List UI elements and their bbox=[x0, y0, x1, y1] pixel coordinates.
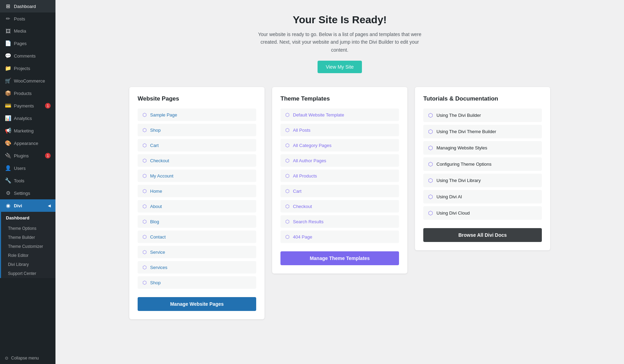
sidebar-item-settings[interactable]: ⚙ Settings bbox=[0, 187, 55, 199]
main-content: Your Site Is Ready! Your website is read… bbox=[55, 0, 624, 364]
sidebar-item-comments[interactable]: 💬 Comments bbox=[0, 50, 55, 62]
collapse-menu-button[interactable]: ⊙ Collapse menu bbox=[0, 352, 55, 364]
list-item[interactable]: ⬡ My Account bbox=[138, 170, 256, 182]
manage-website-pages-button[interactable]: Manage Website Pages bbox=[138, 297, 256, 311]
tut-item[interactable]: ⬡ Using Divi AI bbox=[423, 190, 542, 203]
list-item[interactable]: ⬡ Shop bbox=[138, 124, 256, 136]
list-item[interactable]: ⬡ All Posts bbox=[280, 124, 399, 136]
list-item[interactable]: ⬡ About bbox=[138, 200, 256, 213]
sidebar-item-tools[interactable]: 🔧 Tools bbox=[0, 174, 55, 187]
template-icon: ⬡ bbox=[285, 219, 289, 224]
sidebar-item-analytics[interactable]: 📊 Analytics bbox=[0, 112, 55, 124]
woocommerce-icon: 🛒 bbox=[5, 78, 11, 84]
tut-item[interactable]: ⬡ Configuring Theme Options bbox=[423, 157, 542, 171]
sidebar-item-users[interactable]: 👤 Users bbox=[0, 162, 55, 174]
list-item[interactable]: ⬡ 404 Page bbox=[280, 231, 399, 243]
page-icon: ⬡ bbox=[142, 188, 147, 194]
page-icon: ⬡ bbox=[142, 265, 147, 270]
sidebar-item-media[interactable]: 🖼 Media bbox=[0, 25, 55, 37]
sidebar-item-woocommerce[interactable]: 🛒 WooCommerce bbox=[0, 75, 55, 87]
posts-icon: ✏ bbox=[5, 16, 11, 22]
template-icon: ⬡ bbox=[285, 112, 289, 118]
pages-icon: 📄 bbox=[5, 40, 11, 46]
tutorials-title: Tutorials & Documentation bbox=[423, 95, 542, 102]
divi-sub-divi-library[interactable]: Divi Library bbox=[1, 260, 55, 269]
payments-icon: 💳 bbox=[5, 103, 11, 109]
theme-templates-title: Theme Templates bbox=[280, 95, 399, 102]
list-item[interactable]: ⬡ Default Website Template bbox=[280, 109, 399, 121]
tut-item[interactable]: ⬡ Managing Website Styles bbox=[423, 141, 542, 155]
sidebar-item-divi[interactable]: ◉ Divi ◀ bbox=[0, 199, 55, 212]
view-my-site-button[interactable]: View My Site bbox=[318, 61, 362, 73]
website-pages-card: Website Pages ⬡ Sample Page ⬡ Shop ⬡ Car… bbox=[129, 87, 265, 319]
page-icon: ⬡ bbox=[142, 219, 147, 224]
list-item[interactable]: ⬡ All Products bbox=[280, 170, 399, 182]
users-icon: 👤 bbox=[5, 165, 11, 171]
sidebar-item-payments[interactable]: 💳 Payments 1 bbox=[0, 99, 55, 112]
browse-all-divi-docs-button[interactable]: Browse All Divi Docs bbox=[423, 228, 542, 242]
list-item[interactable]: ⬡ Cart bbox=[280, 185, 399, 197]
page-icon: ⬡ bbox=[142, 234, 147, 240]
list-item[interactable]: ⬡ Contact bbox=[138, 231, 256, 243]
tut-item[interactable]: ⬡ Using Divi Cloud bbox=[423, 206, 542, 220]
tutorials-card: Tutorials & Documentation ⬡ Using The Di… bbox=[415, 87, 550, 250]
sidebar: ⊞ Dashboard ✏ Posts 🖼 Media 📄 Pages 💬 Co… bbox=[0, 0, 55, 364]
products-icon: 📦 bbox=[5, 90, 11, 96]
manage-theme-templates-button[interactable]: Manage Theme Templates bbox=[280, 251, 399, 265]
hero-title: Your Site Is Ready! bbox=[66, 14, 614, 26]
list-item[interactable]: ⬡ Home bbox=[138, 185, 256, 197]
sidebar-item-products[interactable]: 📦 Products bbox=[0, 87, 55, 99]
settings-icon: ⚙ bbox=[5, 190, 11, 196]
list-item[interactable]: ⬡ Checkout bbox=[138, 154, 256, 167]
sidebar-item-projects[interactable]: 📁 Projects bbox=[0, 62, 55, 75]
page-icon: ⬡ bbox=[142, 112, 147, 118]
tutorial-icon: ⬡ bbox=[428, 128, 433, 135]
list-item[interactable]: ⬡ Blog bbox=[138, 215, 256, 228]
template-icon: ⬡ bbox=[285, 158, 289, 163]
divi-sub-theme-customizer[interactable]: Theme Customizer bbox=[1, 242, 55, 251]
tut-item[interactable]: ⬡ Using The Divi Builder bbox=[423, 109, 542, 122]
page-icon: ⬡ bbox=[142, 127, 147, 133]
sidebar-item-pages[interactable]: 📄 Pages bbox=[0, 37, 55, 50]
list-item[interactable]: ⬡ All Author Pages bbox=[280, 154, 399, 167]
plugins-badge: 1 bbox=[45, 153, 51, 158]
list-item[interactable]: ⬡ Cart bbox=[138, 139, 256, 151]
dashboard-icon: ⊞ bbox=[5, 3, 11, 9]
tutorial-icon: ⬡ bbox=[428, 210, 433, 216]
list-item[interactable]: ⬡ Shop bbox=[138, 276, 256, 289]
appearance-icon: 🎨 bbox=[5, 140, 11, 146]
tut-item[interactable]: ⬡ Using The Divi Library bbox=[423, 174, 542, 187]
tut-item[interactable]: ⬡ Using The Divi Theme Builder bbox=[423, 125, 542, 138]
tutorial-icon: ⬡ bbox=[428, 112, 433, 119]
sidebar-item-posts[interactable]: ✏ Posts bbox=[0, 12, 55, 25]
divi-sub-header[interactable]: Dashboard bbox=[1, 212, 55, 224]
page-icon: ⬡ bbox=[142, 249, 147, 255]
list-item[interactable]: ⬡ Checkout bbox=[280, 200, 399, 213]
sidebar-item-plugins[interactable]: 🔌 Plugins 1 bbox=[0, 149, 55, 162]
list-item[interactable]: ⬡ Search Results bbox=[280, 215, 399, 228]
comments-icon: 💬 bbox=[5, 53, 11, 59]
projects-icon: 📁 bbox=[5, 65, 11, 71]
template-icon: ⬡ bbox=[285, 127, 289, 133]
template-icon: ⬡ bbox=[285, 234, 289, 240]
page-icon: ⬡ bbox=[142, 158, 147, 163]
collapse-icon: ⊙ bbox=[5, 356, 8, 361]
sidebar-item-dashboard[interactable]: ⊞ Dashboard bbox=[0, 0, 55, 12]
list-item[interactable]: ⬡ Sample Page bbox=[138, 109, 256, 121]
plugins-icon: 🔌 bbox=[5, 153, 11, 159]
divi-sub-theme-builder[interactable]: Theme Builder bbox=[1, 233, 55, 242]
sidebar-item-marketing[interactable]: 📢 Marketing bbox=[0, 124, 55, 137]
list-item[interactable]: ⬡ All Category Pages bbox=[280, 139, 399, 151]
divi-sub-support-center[interactable]: Support Center bbox=[1, 269, 55, 278]
divi-submenu: Dashboard Theme Options Theme Builder Th… bbox=[0, 212, 55, 278]
divi-sub-role-editor[interactable]: Role Editor bbox=[1, 251, 55, 260]
divi-sub-theme-options[interactable]: Theme Options bbox=[1, 224, 55, 233]
list-item[interactable]: ⬡ Services bbox=[138, 261, 256, 274]
analytics-icon: 📊 bbox=[5, 115, 11, 121]
media-icon: 🖼 bbox=[5, 28, 11, 34]
list-item[interactable]: ⬡ Service bbox=[138, 246, 256, 258]
sidebar-item-appearance[interactable]: 🎨 Appearance bbox=[0, 137, 55, 149]
payments-badge: 1 bbox=[45, 103, 51, 109]
tutorial-icon: ⬡ bbox=[428, 177, 433, 184]
tools-icon: 🔧 bbox=[5, 177, 11, 184]
